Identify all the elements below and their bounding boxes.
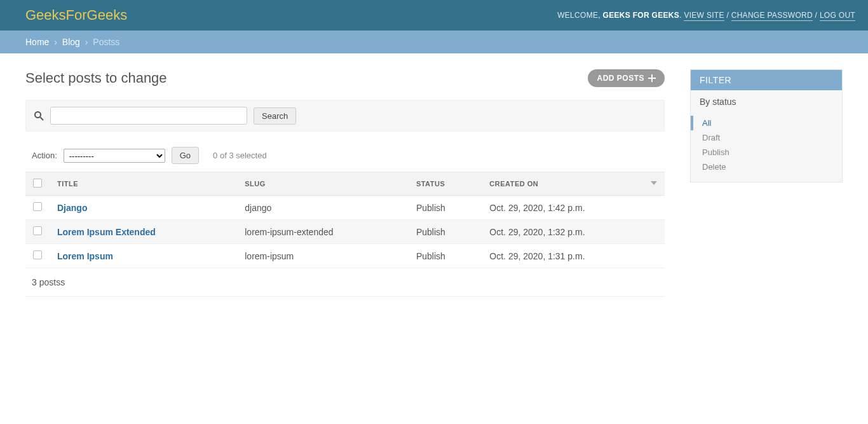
selection-count: 0 of 3 selected — [213, 151, 267, 160]
breadcrumb-separator: › — [54, 37, 57, 47]
table-row: DjangodjangoPublishOct. 29, 2020, 1:42 p… — [25, 196, 665, 220]
filter-option[interactable]: Draft — [691, 130, 842, 145]
row-created: Oct. 29, 2020, 1:42 p.m. — [482, 196, 665, 220]
row-title-link[interactable]: Lorem Ipsum — [57, 251, 113, 261]
filter-list: AllDraftPublishDelete — [691, 113, 842, 182]
action-label: Action: — [32, 151, 57, 160]
top-header: GeeksForGeeks WELCOME, GEEKS FOR GEEKS. … — [0, 0, 868, 31]
svg-point-0 — [35, 112, 41, 118]
filter-header: FILTER — [691, 70, 842, 90]
column-created-label: CREATED ON — [489, 180, 538, 188]
filter-option[interactable]: Publish — [691, 145, 842, 160]
search-toolbar: Search — [25, 100, 665, 132]
row-status: Publish — [409, 220, 482, 244]
row-status: Publish — [409, 196, 482, 220]
change-password-link[interactable]: CHANGE PASSWORD — [731, 11, 813, 21]
table-row: Lorem Ipsumlorem-ipsumPublishOct. 29, 20… — [25, 244, 665, 268]
brand-title: GeeksForGeeks — [25, 7, 127, 24]
action-select[interactable]: --------- — [64, 149, 165, 163]
breadcrumb-app[interactable]: Blog — [62, 37, 80, 47]
go-button[interactable]: Go — [172, 147, 199, 164]
sort-desc-icon — [651, 180, 657, 186]
search-button[interactable]: Search — [254, 107, 296, 125]
breadcrumb-home[interactable]: Home — [25, 37, 49, 47]
row-title-link[interactable]: Django — [57, 203, 87, 213]
separator: / — [815, 11, 820, 20]
user-tools: WELCOME, GEEKS FOR GEEKS. VIEW SITE / CH… — [557, 11, 855, 20]
table-row: Lorem Ipsum Extendedlorem-ipsum-extended… — [25, 220, 665, 244]
column-title[interactable]: TITLE — [50, 172, 237, 196]
row-slug: lorem-ipsum-extended — [237, 220, 409, 244]
column-created[interactable]: CREATED ON — [482, 172, 665, 196]
paginator: 3 postss — [25, 268, 665, 297]
search-icon — [34, 111, 44, 121]
actions-bar: Action: --------- Go 0 of 3 selected — [25, 144, 665, 172]
row-slug: lorem-ipsum — [237, 244, 409, 268]
filter-option[interactable]: All — [691, 116, 842, 130]
view-site-link[interactable]: VIEW SITE — [684, 11, 724, 21]
row-status: Publish — [409, 244, 482, 268]
breadcrumb-separator: › — [85, 37, 88, 47]
separator: / — [726, 11, 731, 20]
row-checkbox[interactable] — [33, 202, 42, 211]
logout-link[interactable]: LOG OUT — [820, 11, 855, 21]
add-posts-label: ADD POSTS — [597, 74, 644, 83]
results-table: TITLE SLUG STATUS CREATED ON Djangodjang… — [25, 172, 665, 268]
filter-box: FILTER By status AllDraftPublishDelete — [690, 69, 843, 182]
search-input[interactable] — [50, 107, 247, 125]
row-checkbox[interactable] — [33, 250, 42, 259]
column-slug[interactable]: SLUG — [237, 172, 409, 196]
breadcrumb: Home › Blog › Postss — [0, 31, 868, 53]
row-title-link[interactable]: Lorem Ipsum Extended — [57, 227, 156, 237]
row-checkbox[interactable] — [33, 226, 42, 235]
row-slug: django — [237, 196, 409, 220]
filter-section-label: By status — [691, 90, 842, 113]
select-all-checkbox[interactable] — [33, 179, 42, 188]
svg-line-1 — [41, 118, 44, 121]
page-title: Select posts to change — [25, 70, 167, 86]
header-checkbox-col — [25, 172, 50, 196]
filter-option[interactable]: Delete — [691, 160, 842, 174]
welcome-label: WELCOME, — [557, 11, 600, 20]
row-created: Oct. 29, 2020, 1:31 p.m. — [482, 244, 665, 268]
username-label: GEEKS FOR GEEKS — [603, 11, 680, 20]
plus-icon — [648, 74, 656, 82]
add-posts-button[interactable]: ADD POSTS — [588, 69, 665, 87]
breadcrumb-current: Postss — [93, 37, 119, 47]
column-status[interactable]: STATUS — [409, 172, 482, 196]
row-created: Oct. 29, 2020, 1:32 p.m. — [482, 220, 665, 244]
